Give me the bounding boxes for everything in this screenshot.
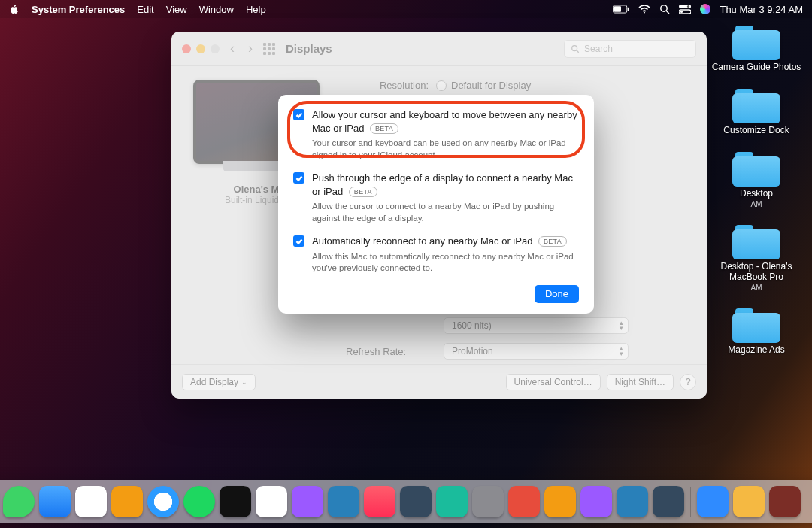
dock-app-icon[interactable] (508, 486, 540, 517)
menubar-app-name[interactable]: System Preferences (32, 4, 125, 15)
option-subtitle: Allow this Mac to automatically reconnec… (312, 251, 579, 275)
folder-icon (732, 308, 780, 343)
dock-messages-icon[interactable] (3, 486, 35, 517)
dock-calendar-icon[interactable] (256, 486, 287, 517)
option-subtitle: Allow the cursor to connect to a nearby … (312, 201, 579, 224)
dock-mail-icon[interactable] (39, 486, 71, 517)
dock-sysprefs-icon[interactable] (472, 486, 504, 517)
svg-line-5 (667, 11, 670, 14)
dock-safari-icon[interactable] (147, 486, 179, 517)
desktop-folder[interactable]: Desktop AM (711, 152, 801, 208)
dock-spotify-icon[interactable] (183, 486, 215, 517)
dock-app-icon[interactable] (111, 486, 143, 517)
desktop-folder[interactable]: Customize Dock (711, 89, 801, 135)
desktop-icons: Camera Guide Photos Customize Dock Deskt… (711, 26, 801, 355)
folder-subtext: AM (751, 200, 762, 208)
checkbox[interactable] (293, 109, 304, 120)
beta-badge: BETA (538, 236, 567, 247)
option-row: Automatically reconnect to any nearby Ma… (293, 235, 579, 275)
desktop-folder[interactable]: Magazine Ads (711, 308, 801, 355)
control-center-icon[interactable] (679, 5, 691, 14)
menu-edit[interactable]: Edit (137, 4, 153, 15)
folder-subtext: AM (751, 284, 762, 292)
menubar: System Preferences Edit View Window Help… (0, 0, 812, 18)
svg-rect-2 (628, 8, 629, 11)
folder-label: Desktop - Olena's MacBook Pro (711, 261, 801, 282)
option-subtitle: Your cursor and keyboard can be used on … (312, 138, 579, 161)
battery-icon[interactable] (613, 5, 629, 14)
menu-window[interactable]: Window (199, 4, 234, 15)
menubar-datetime[interactable]: Thu Mar 3 9:24 AM (720, 4, 803, 15)
apple-menu-icon[interactable] (9, 4, 20, 14)
option-title: Allow your cursor and keyboard to move b… (312, 108, 579, 135)
svg-point-4 (661, 5, 667, 11)
folder-icon (732, 26, 780, 60)
dock-app-icon[interactable] (328, 486, 359, 517)
dock-app-icon[interactable] (653, 486, 684, 517)
dock-zoom-icon[interactable] (697, 486, 729, 517)
wifi-icon[interactable] (638, 5, 650, 14)
dock-app-icon[interactable] (580, 486, 612, 517)
beta-badge: BETA (349, 187, 377, 197)
option-row: Push through the edge of a display to co… (293, 171, 579, 224)
folder-label: Customize Dock (723, 125, 789, 135)
folder-label: Desktop (740, 188, 773, 199)
checkbox[interactable] (293, 172, 304, 184)
option-title: Automatically reconnect to any nearby Ma… (312, 235, 579, 248)
option-row: Allow your cursor and keyboard to move b… (293, 108, 579, 161)
dock-app-icon[interactable] (292, 486, 323, 517)
option-title: Push through the edge of a display to co… (312, 171, 579, 198)
svg-rect-1 (614, 6, 621, 11)
dock-app-icon[interactable] (733, 486, 765, 517)
siri-icon[interactable] (700, 4, 710, 14)
svg-point-8 (687, 5, 689, 8)
dock-app-icon[interactable] (617, 486, 648, 517)
checkbox[interactable] (293, 235, 304, 247)
folder-icon (732, 225, 780, 259)
beta-badge: BETA (370, 123, 398, 134)
done-button[interactable]: Done (535, 285, 579, 303)
dock (0, 480, 812, 523)
desktop-folder[interactable]: Desktop - Olena's MacBook Pro AM (711, 225, 801, 292)
dock-tv-icon[interactable] (220, 486, 251, 517)
menu-help[interactable]: Help (246, 4, 266, 15)
menu-view[interactable]: View (166, 4, 187, 15)
folder-icon (732, 89, 780, 123)
folder-icon (732, 152, 780, 187)
folder-label: Magazine Ads (728, 344, 784, 355)
desktop-folder[interactable]: Camera Guide Photos (711, 26, 801, 72)
dock-photos-icon[interactable] (75, 486, 107, 517)
svg-point-9 (680, 11, 683, 13)
folder-label: Camera Guide Photos (712, 62, 801, 72)
dock-dictionary-icon[interactable] (769, 486, 801, 517)
dock-app-icon[interactable] (400, 486, 432, 517)
dock-music-icon[interactable] (364, 486, 395, 517)
spotlight-icon[interactable] (659, 4, 670, 14)
dock-separator (690, 487, 691, 517)
universal-control-sheet: Allow your cursor and keyboard to move b… (278, 95, 594, 314)
dock-separator (807, 487, 807, 517)
dock-app-icon[interactable] (544, 486, 576, 517)
svg-point-3 (644, 12, 645, 14)
dock-app-icon[interactable] (436, 486, 468, 517)
